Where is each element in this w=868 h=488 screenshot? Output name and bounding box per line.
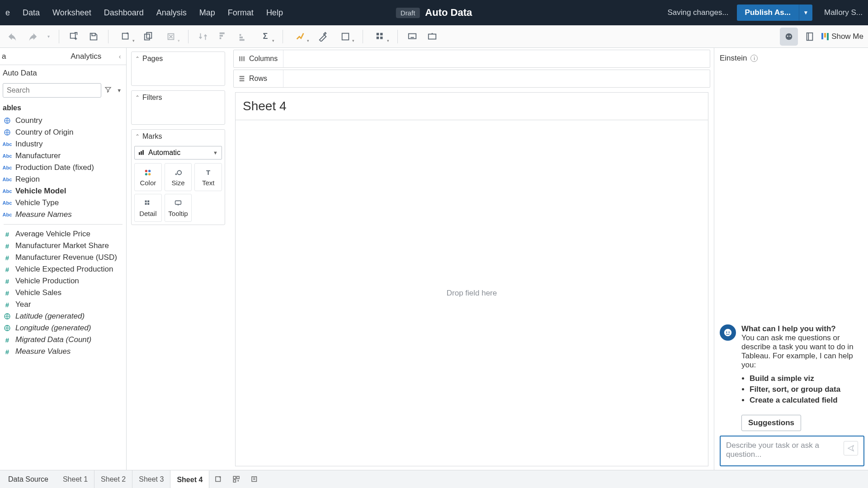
color-icon xyxy=(143,168,152,177)
menu-worksheet[interactable]: Worksheet xyxy=(52,8,91,18)
undo-button[interactable] xyxy=(5,28,21,45)
field-migrated-data-count-[interactable]: #Migrated Data (Count) xyxy=(0,334,126,346)
field-country[interactable]: Country xyxy=(0,115,126,127)
pages-shelf[interactable]: ⌃Pages xyxy=(131,52,225,86)
new-story-tab[interactable] xyxy=(245,470,264,488)
saving-status: Saving changes... xyxy=(667,8,728,17)
field-measure-values[interactable]: #Measure Values xyxy=(0,346,126,357)
field-industry[interactable]: AbcIndustry xyxy=(0,138,126,150)
field-vehicle-model[interactable]: AbcVehicle Model xyxy=(0,185,126,197)
send-button[interactable] xyxy=(844,441,858,455)
sheet-tab-3[interactable]: Sheet 3 xyxy=(132,470,170,488)
columns-shelf[interactable]: Columns xyxy=(233,50,710,68)
field-year[interactable]: #Year xyxy=(0,299,126,310)
color-mark[interactable]: Color xyxy=(134,163,162,191)
svg-rect-10 xyxy=(429,34,436,39)
einstein-input[interactable] xyxy=(726,441,844,461)
analytics-tab[interactable]: Analytics xyxy=(57,52,114,61)
field-country-of-origin[interactable]: Country of Origin xyxy=(0,127,126,138)
svg-rect-32 xyxy=(175,201,181,204)
rows-shelf[interactable]: Rows xyxy=(233,70,710,88)
datasource-name[interactable]: Auto Data xyxy=(0,65,126,81)
sort-asc-button[interactable] xyxy=(215,28,231,45)
swap-button[interactable] xyxy=(195,28,211,45)
sort-desc-button[interactable] xyxy=(235,28,251,45)
duplicate-button[interactable] xyxy=(140,28,156,45)
annotate-button[interactable] xyxy=(315,28,331,45)
menu-dashboard[interactable]: Dashboard xyxy=(104,8,144,18)
viz-canvas[interactable]: Drop field here xyxy=(235,120,708,466)
redo-dropdown[interactable]: ▾ xyxy=(44,28,52,45)
tooltip-mark[interactable]: Tooltip xyxy=(165,194,192,222)
menu-analysis[interactable]: Analysis xyxy=(156,8,187,18)
field-vehicle-type[interactable]: AbcVehicle Type xyxy=(0,197,126,209)
menu-e[interactable]: e xyxy=(5,8,10,18)
field-manufacturer-revenue-usd-[interactable]: #Manufacturer Revenue (USD) xyxy=(0,252,126,263)
mark-type-dropdown[interactable]: Automatic ▼ xyxy=(134,146,222,160)
publish-dropdown[interactable]: ▼ xyxy=(799,5,812,21)
totals-button[interactable]: Σ xyxy=(255,28,276,45)
svg-point-23 xyxy=(148,169,151,172)
redo-button[interactable] xyxy=(24,28,41,45)
svg-point-27 xyxy=(177,170,181,174)
svg-rect-28 xyxy=(145,200,147,202)
show-labels-button[interactable] xyxy=(369,28,391,45)
field-type-icon: # xyxy=(3,230,12,238)
field-region[interactable]: AbcRegion xyxy=(0,174,126,185)
field-type-icon: Abc xyxy=(3,175,12,183)
sheet-tab-4[interactable]: Sheet 4 xyxy=(170,470,209,488)
sheet-tabs-bar: Data Source Sheet 1Sheet 2Sheet 3Sheet 4 xyxy=(0,470,868,488)
size-mark[interactable]: Size xyxy=(165,163,192,191)
detail-mark[interactable]: Detail xyxy=(134,194,162,222)
field-longitude-generated-[interactable]: Longitude (generated) xyxy=(0,322,126,334)
menu-format[interactable]: Format xyxy=(228,8,254,18)
new-worksheet-tab[interactable] xyxy=(209,470,227,488)
svg-rect-35 xyxy=(243,56,245,61)
field-vehicle-sales[interactable]: #Vehicle Sales xyxy=(0,287,126,299)
show-me-button[interactable]: Show Me xyxy=(821,32,863,41)
presentation-button[interactable] xyxy=(404,28,420,45)
publish-button[interactable]: Publish As... xyxy=(737,5,799,21)
menu-data[interactable]: Data xyxy=(23,8,40,18)
field-options-dropdown[interactable]: ▼ xyxy=(115,88,124,93)
field-manufacturer-market-share[interactable]: #Manufacturer Market Share xyxy=(0,240,126,252)
field-type-icon: Abc xyxy=(3,211,12,219)
filters-shelf[interactable]: ⌃Filters xyxy=(131,90,225,125)
svg-rect-8 xyxy=(380,37,383,39)
new-dashboard-tab[interactable] xyxy=(227,470,245,488)
field-type-icon: # xyxy=(3,277,12,285)
fit-button[interactable] xyxy=(335,28,356,45)
new-datasource-button[interactable] xyxy=(66,28,82,45)
worksheet-title-bar[interactable]: Sheet 4 xyxy=(235,92,708,120)
save-button[interactable] xyxy=(85,28,102,45)
window-title-area: Draft Auto Data xyxy=(396,7,472,19)
field-search-input[interactable] xyxy=(3,83,101,98)
info-icon[interactable]: i xyxy=(750,55,758,62)
user-menu[interactable]: Mallory S... xyxy=(824,8,863,17)
field-average-vehicle-price[interactable]: #Average Vehicle Price xyxy=(0,228,126,240)
menu-help[interactable]: Help xyxy=(266,8,283,18)
sheet-tab-2[interactable]: Sheet 2 xyxy=(94,470,132,488)
clear-button[interactable] xyxy=(160,28,182,45)
field-vehicle-expected-production[interactable]: #Vehicle Expected Production xyxy=(0,263,126,275)
collapse-panel-button[interactable]: ‹ xyxy=(113,53,126,60)
suggestions-button[interactable]: Suggestions xyxy=(741,415,801,431)
data-guide-button[interactable] xyxy=(802,28,818,45)
field-production-date-fixed-[interactable]: AbcProduction Date (fixed) xyxy=(0,162,126,174)
data-tab[interactable]: a xyxy=(0,52,57,61)
share-button[interactable] xyxy=(424,28,440,45)
svg-rect-0 xyxy=(123,33,128,39)
sheet-tab-1[interactable]: Sheet 1 xyxy=(57,470,94,488)
field-manufacturer[interactable]: AbcManufacturer xyxy=(0,150,126,162)
new-worksheet-button[interactable] xyxy=(115,28,137,45)
field-vehicle-production[interactable]: #Vehicle Production xyxy=(0,275,126,287)
einstein-avatar-icon xyxy=(720,324,736,341)
einstein-toolbar-button[interactable] xyxy=(780,28,798,46)
menu-map[interactable]: Map xyxy=(199,8,215,18)
filter-fields-icon[interactable] xyxy=(104,86,113,95)
text-mark[interactable]: TText xyxy=(194,163,222,191)
data-source-tab[interactable]: Data Source xyxy=(0,470,57,488)
field-measure-names[interactable]: AbcMeasure Names xyxy=(0,209,126,221)
highlight-button[interactable] xyxy=(289,28,311,45)
field-latitude-generated-[interactable]: Latitude (generated) xyxy=(0,310,126,322)
